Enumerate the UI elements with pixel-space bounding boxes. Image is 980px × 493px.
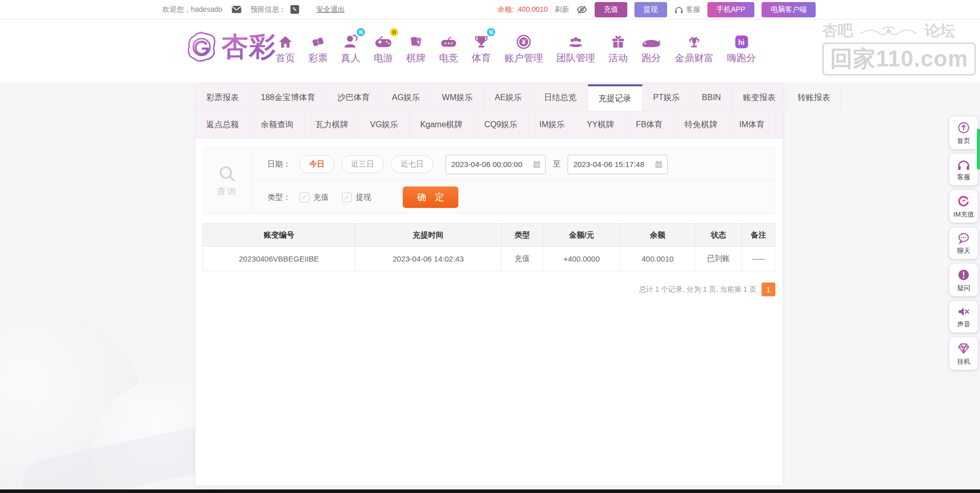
nav-item-promotions[interactable]: 活动 — [608, 31, 628, 65]
sidebar-item-im-recharge[interactable]: IM充值 — [949, 190, 978, 223]
mobile-app-button[interactable]: 手机APP — [707, 2, 754, 17]
cell-balance: 400.0010 — [620, 247, 695, 271]
tab-vg[interactable]: VG娱乐 — [359, 111, 409, 138]
deposit-button[interactable]: 充值 — [595, 2, 627, 17]
brand-name: 杏彩 — [222, 29, 277, 65]
gamepad-icon: H — [375, 31, 392, 50]
trophy-icon: N — [474, 31, 489, 50]
query-label: 查询 — [217, 185, 237, 198]
pc-client-button[interactable]: 电脑客户端 — [762, 2, 816, 17]
welcome-text: 欢迎您，hadesado — [162, 5, 223, 14]
reserved-info-label: 预留信息： — [251, 5, 286, 14]
tab-wali-games[interactable]: 瓦力棋牌 — [305, 111, 359, 138]
tab-188-sport[interactable]: 188金宝博体育 — [250, 84, 327, 111]
tab-im-sport[interactable]: IM体育 — [728, 111, 776, 138]
chat-bubble-icon — [957, 232, 970, 244]
logout-link[interactable]: 安全退出 — [316, 5, 345, 14]
tab-pt[interactable]: PT娱乐 — [643, 84, 691, 111]
svg-text:¥: ¥ — [522, 38, 526, 46]
nav-item-live-casino[interactable]: N 真人 — [341, 31, 360, 65]
calendar-icon[interactable] — [532, 160, 541, 169]
tab-cq9[interactable]: CQ9娱乐 — [474, 111, 529, 138]
sidebar-item-home[interactable]: 首页 — [949, 116, 978, 149]
type-label: 类型： — [267, 193, 290, 202]
cards-icon — [409, 31, 423, 50]
nav-item-home[interactable]: 首页 — [276, 31, 295, 65]
tab-kgame[interactable]: Kgame棋牌 — [409, 111, 474, 138]
new-badge: N — [357, 28, 365, 36]
magnifier-icon — [217, 164, 237, 183]
sidebar-item-afk[interactable]: 挂机 — [949, 337, 978, 370]
deposit-checkbox-option[interactable]: ✓ 充值 — [300, 193, 329, 202]
header-type: 类型 — [501, 224, 543, 247]
page-1-button[interactable]: 1 — [762, 283, 775, 296]
tab-temian-games[interactable]: 特免棋牌 — [674, 111, 728, 138]
tab-im-casino[interactable]: IM娱乐 — [529, 111, 576, 138]
bottom-bar — [0, 489, 980, 493]
pagination-summary: 总计 1 个记录, 分为 1 页, 当前第 1 页 — [639, 285, 756, 294]
coin-yen-icon: ¥ — [516, 31, 531, 50]
tab-ae[interactable]: AE娱乐 — [484, 84, 533, 111]
date-filter-row: 日期： 今日 近三日 近七日 2023-04-06 00:00:00 至 202… — [251, 148, 775, 181]
cell-status: 已到账 — [695, 247, 742, 271]
hot-badge: H — [390, 28, 398, 36]
withdraw-checkbox-option[interactable]: ✓ 提现 — [342, 193, 371, 202]
balance-display: 余额: 400.0010 — [498, 5, 548, 14]
sidebar-item-chat[interactable]: 聊天 — [949, 227, 978, 259]
tab-rebate-total[interactable]: 返点总额 — [195, 111, 250, 138]
nav-item-sports[interactable]: N 体育 — [472, 31, 491, 65]
sidebar-item-sound[interactable]: 声音 — [949, 301, 978, 333]
edit-pencil-icon[interactable]: ✎ — [290, 5, 299, 14]
nav-item-slots[interactable]: H 电游 — [374, 31, 393, 65]
date-from-input[interactable]: 2023-04-06 00:00:00 — [446, 155, 546, 174]
balance-value: 400.0010 — [518, 5, 548, 13]
nav-item-account-management[interactable]: ¥ 账户管理 — [504, 31, 543, 65]
nav-item-esports[interactable]: 电竞 — [439, 31, 458, 65]
sidebar-item-question[interactable]: 疑问 — [949, 264, 978, 296]
main-content-panel: 彩票报表 188金宝博体育 沙巴体育 AG娱乐 WM娱乐 AE娱乐 日结总览 充… — [195, 84, 782, 485]
floating-sidebar: 首页 客服 IM充值 聊天 疑问 声音 挂机 — [949, 116, 979, 374]
date-to-input[interactable]: 2023-04-06 15:17:48 — [568, 155, 668, 174]
confirm-button[interactable]: 确 定 — [403, 186, 458, 208]
header-time: 充提时间 — [355, 224, 501, 247]
eye-off-icon[interactable] — [576, 5, 587, 14]
query-filter-box: 查询 日期： 今日 近三日 近七日 2023-04-06 00:00:00 至 … — [203, 148, 775, 214]
nav-item-lottery[interactable]: 彩票 — [308, 31, 328, 65]
date-range-separator: 至 — [553, 159, 560, 169]
withdraw-checkbox[interactable]: ✓ — [342, 193, 352, 202]
calendar-icon[interactable] — [654, 160, 663, 169]
tab-wm[interactable]: WM娱乐 — [431, 84, 484, 111]
message-envelope-icon[interactable] — [232, 6, 241, 13]
deposit-checkbox[interactable]: ✓ — [300, 193, 309, 202]
tab-lottery-report[interactable]: 彩票报表 — [195, 84, 250, 111]
background-circle-decoration — [0, 317, 143, 493]
range-7days-pill[interactable]: 近七日 — [391, 155, 433, 173]
nav-item-board-games[interactable]: 棋牌 — [406, 31, 426, 65]
tab-deposit-withdraw-records[interactable]: 充提记录 — [588, 84, 643, 111]
site-header: 杏彩 首页 彩票 N 真人 H — [0, 20, 980, 82]
tab-bbin[interactable]: BBIN — [691, 84, 732, 111]
pagination: 总计 1 个记录, 分为 1 页, 当前第 1 页 1 — [203, 283, 775, 296]
nav-item-paofen[interactable]: 跑分 — [641, 31, 662, 65]
ticket-icon — [310, 31, 326, 50]
range-3days-pill[interactable]: 近三日 — [341, 155, 384, 173]
tab-ag[interactable]: AG娱乐 — [381, 84, 431, 111]
tab-daily-summary[interactable]: 日结总览 — [533, 84, 588, 111]
tab-yy-games[interactable]: YY棋牌 — [576, 111, 625, 138]
tab-transfer-report[interactable]: 转账报表 — [787, 84, 841, 111]
tab-balance-query[interactable]: 余额查询 — [250, 111, 305, 138]
customer-service-link[interactable]: 客服 — [674, 5, 700, 14]
scrollbar-thumb[interactable] — [977, 129, 980, 170]
header-amount: 金额/元 — [543, 224, 621, 247]
nav-item-hi-paofen[interactable]: hi 嗨跑分 — [727, 31, 756, 65]
withdraw-button[interactable]: 提现 — [634, 2, 667, 17]
range-today-pill[interactable]: 今日 — [300, 155, 334, 173]
tab-fb-sport[interactable]: FB体育 — [625, 111, 674, 138]
tab-saba-sport[interactable]: 沙巴体育 — [327, 84, 381, 111]
brand-logo[interactable]: 杏彩 — [185, 29, 277, 65]
refresh-link[interactable]: 刷新 — [555, 5, 569, 14]
nav-item-jinding-wealth[interactable]: 金鼎财富 — [675, 31, 714, 65]
tab-account-change-report[interactable]: 账变报表 — [732, 84, 787, 111]
sidebar-item-service[interactable]: 客服 — [949, 154, 978, 185]
nav-item-team-management[interactable]: 团队管理 — [556, 31, 595, 65]
